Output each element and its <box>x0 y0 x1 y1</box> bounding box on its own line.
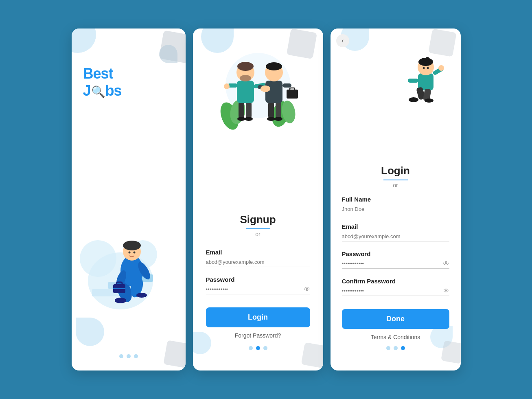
fullname-input[interactable] <box>342 204 449 214</box>
s3-dot-2[interactable] <box>394 346 398 350</box>
s2-dot-2[interactable] <box>256 346 260 350</box>
svg-rect-34 <box>268 102 274 118</box>
confirm-password-toggle-icon[interactable]: 👁 <box>443 287 449 295</box>
s3-email-input-wrap <box>342 232 449 241</box>
s2-dot-3[interactable] <box>263 346 267 350</box>
pagination-dots-1 <box>119 354 138 358</box>
svg-point-52 <box>438 65 444 71</box>
s3-password-toggle-icon[interactable]: 👁 <box>443 260 449 267</box>
svg-rect-39 <box>282 83 291 88</box>
svg-point-14 <box>123 241 141 250</box>
password-toggle-icon[interactable]: 👁 <box>304 286 310 293</box>
deco-top-right-small <box>159 45 177 63</box>
svg-point-5 <box>115 298 126 303</box>
fullname-input-wrap <box>342 204 449 214</box>
screen-2: Signup or Email Password 👁 Login Forgot … <box>193 28 323 370</box>
app-title-area: Best J🔍bs <box>83 65 122 99</box>
dot-3[interactable] <box>134 354 138 358</box>
title-jobs: J🔍bs <box>83 82 122 99</box>
svg-rect-26 <box>237 81 254 103</box>
confirm-password-input-wrap: 👁 <box>342 286 449 296</box>
login-title: Login <box>342 164 449 180</box>
login-register-form: Login or Full Name Email Password 👁 <box>331 164 461 370</box>
s3-password-input[interactable] <box>342 259 449 268</box>
svg-point-50 <box>425 99 433 103</box>
s3-dot-3[interactable] <box>401 346 405 350</box>
back-button[interactable]: ‹ <box>336 34 349 47</box>
svg-rect-38 <box>265 81 282 103</box>
svg-point-58 <box>428 59 432 63</box>
svg-point-45 <box>261 86 270 92</box>
deco-top-left <box>72 28 96 53</box>
pagination-dots-2 <box>206 346 310 350</box>
svg-point-30 <box>224 83 230 89</box>
password-label: Password <box>206 276 310 283</box>
done-button[interactable]: Done <box>342 309 449 329</box>
email-label: Email <box>206 249 310 256</box>
title-best: Best <box>83 65 113 82</box>
login-button[interactable]: Login <box>206 307 310 327</box>
email-field-group: Email <box>206 249 310 267</box>
search-icon-letter: 🔍 <box>91 85 105 99</box>
email-input-wrap <box>206 257 310 267</box>
title-best-jobs: Best J🔍bs <box>83 65 122 99</box>
password-input[interactable] <box>206 285 310 294</box>
svg-point-25 <box>245 117 253 121</box>
confirm-password-input[interactable] <box>342 286 449 296</box>
svg-rect-23 <box>246 102 252 118</box>
s3-email-input[interactable] <box>342 232 449 241</box>
confirm-password-field-group: Confirm Password 👁 <box>342 278 449 296</box>
svg-point-15 <box>128 252 130 254</box>
dot-2[interactable] <box>127 354 131 358</box>
deco-bottom-right-gray <box>163 340 186 368</box>
deco-bottom-left <box>76 318 104 346</box>
businessman-illustration <box>84 208 173 314</box>
s3-email-label: Email <box>342 223 449 230</box>
or-divider: or <box>206 231 310 237</box>
svg-point-49 <box>409 97 418 102</box>
svg-rect-22 <box>239 102 244 118</box>
s2-dot-1[interactable] <box>249 346 253 350</box>
terms-conditions-link[interactable]: Terms & Conditions <box>342 334 449 340</box>
s3-password-label: Password <box>342 250 449 257</box>
screens-container: Best J🔍bs <box>72 28 461 370</box>
svg-point-6 <box>136 293 147 298</box>
login-illustration <box>396 51 453 108</box>
svg-point-32 <box>237 62 254 71</box>
svg-rect-42 <box>290 88 295 91</box>
forgot-password-link[interactable]: Forgot Password? <box>206 332 310 339</box>
s3-or-divider: or <box>342 182 449 189</box>
svg-point-60 <box>427 67 429 69</box>
fullname-label: Full Name <box>342 196 449 203</box>
s3-dot-1[interactable] <box>386 346 390 350</box>
back-icon: ‹ <box>342 37 344 44</box>
s3-password-input-wrap: 👁 <box>342 259 449 269</box>
handshake-illustration <box>205 41 311 134</box>
signup-form: Signup or Email Password 👁 Login Forgot … <box>193 213 323 370</box>
svg-point-33 <box>240 75 251 81</box>
s3-password-field-group: Password 👁 <box>342 250 449 269</box>
svg-point-24 <box>237 117 245 121</box>
dot-1[interactable] <box>119 354 123 358</box>
password-input-wrap: 👁 <box>206 285 310 294</box>
pagination-dots-3 <box>342 346 449 350</box>
screen-3: ‹ <box>331 28 461 370</box>
s3-email-field-group: Email <box>342 223 449 241</box>
svg-point-37 <box>274 117 282 121</box>
svg-point-36 <box>267 117 275 121</box>
fullname-field-group: Full Name <box>342 196 449 214</box>
svg-rect-53 <box>408 79 418 83</box>
svg-point-44 <box>266 62 282 70</box>
password-field-group: Password 👁 <box>206 276 310 294</box>
svg-point-59 <box>423 67 425 69</box>
svg-rect-35 <box>276 102 281 118</box>
screen-1: Best J🔍bs <box>72 28 186 370</box>
svg-point-16 <box>133 252 135 254</box>
signup-title: Signup <box>206 213 310 229</box>
email-input[interactable] <box>206 257 310 267</box>
confirm-password-label: Confirm Password <box>342 278 449 285</box>
